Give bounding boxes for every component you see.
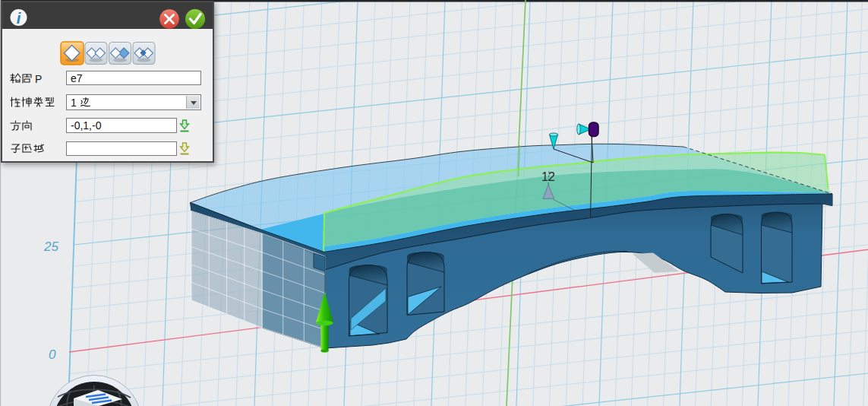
svg-text:i: i bbox=[17, 10, 21, 27]
svg-text:12: 12 bbox=[541, 170, 555, 183]
svg-text:25: 25 bbox=[43, 239, 58, 254]
svg-text:0: 0 bbox=[49, 347, 56, 362]
